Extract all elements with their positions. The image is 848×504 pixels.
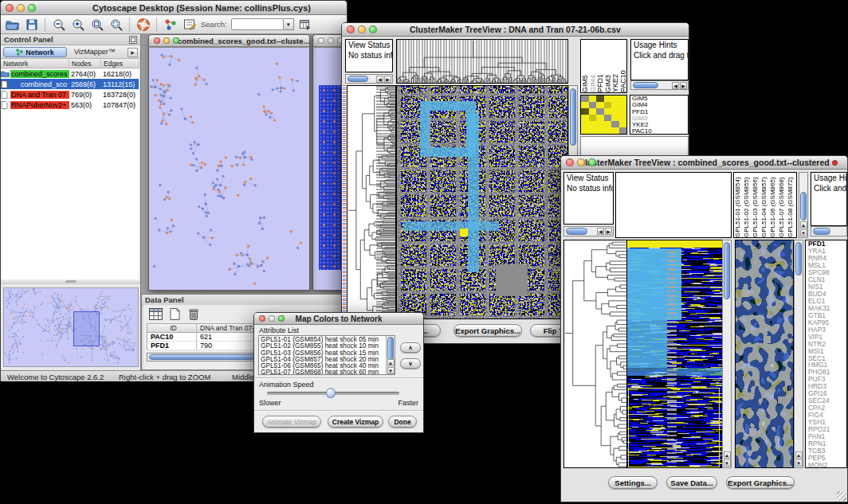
open-file-icon[interactable]	[5, 17, 20, 32]
float-panel-icon[interactable]	[129, 36, 137, 44]
scroll-down-arrow[interactable]: ▼	[795, 459, 803, 467]
scrollbar-thumb[interactable]	[566, 228, 587, 235]
scroll-left-arrow[interactable]: ◀	[597, 228, 604, 235]
row-dendrogram[interactable]	[563, 240, 628, 468]
tab-network[interactable]: Network	[3, 47, 67, 57]
zoom-out-icon[interactable]	[51, 17, 66, 32]
usage-hints-hscrollbar[interactable]	[811, 226, 847, 236]
scrollbar-thumb[interactable]	[724, 242, 730, 299]
zoom-button[interactable]	[588, 158, 596, 166]
zoom-button[interactable]	[28, 4, 36, 12]
scrollbar-thumb[interactable]	[570, 88, 576, 146]
attribute-item[interactable]: GPL51-07 (GSM868) heat shock 60 min	[259, 369, 395, 375]
save-icon[interactable]	[24, 17, 39, 32]
export-graphics-button[interactable]: Export Graphics...	[726, 476, 795, 489]
tab-vizmapper[interactable]: VizMapper™	[74, 48, 116, 56]
view-status-hscrollbar[interactable]: ◀ ▶	[563, 226, 614, 236]
gene-label[interactable]: MON2	[806, 462, 846, 468]
speed-slider-thumb[interactable]	[326, 388, 336, 398]
global-vscrollbar[interactable]: ▲ ▼	[722, 240, 732, 468]
network-row[interactable]: RNAPuberNov2+ 563(0) 107847(0)	[1, 100, 139, 110]
close-button[interactable]	[6, 4, 14, 12]
scroll-right-arrow[interactable]: ▶	[605, 228, 612, 235]
scrollbar-thumb[interactable]	[813, 228, 830, 235]
zoom-button[interactable]	[369, 25, 377, 33]
gene-label[interactable]: PAC10	[630, 128, 688, 135]
column-nodes[interactable]: Nodes	[69, 60, 101, 68]
minimize-button[interactable]	[358, 25, 366, 33]
overview-viewport-rect[interactable]	[73, 311, 100, 346]
scroll-up-arrow[interactable]: ▲	[387, 359, 395, 366]
scroll-left-arrow[interactable]: ◀	[376, 76, 383, 83]
main-heatmap[interactable]	[396, 85, 568, 319]
new-attribute-icon[interactable]	[167, 306, 183, 322]
settings-button[interactable]: Settings...	[608, 476, 658, 489]
column-edges[interactable]: Edges	[101, 60, 139, 68]
zoom-in-icon[interactable]	[70, 17, 85, 32]
minimize-button[interactable]	[328, 37, 334, 44]
usage-hints-hscrollbar[interactable]: ◀ ▶	[630, 80, 689, 90]
zoom-selected-icon[interactable]	[108, 17, 124, 32]
background-window-close-button[interactable]	[832, 160, 838, 166]
scroll-down-arrow[interactable]: ▼	[724, 459, 731, 467]
treeview2-titlebar[interactable]: ClusterMaker TreeView : combined_scores_…	[561, 156, 847, 170]
network-row[interactable]: DNA and Tran 07 769(0) 183728(0)	[1, 89, 139, 100]
done-button[interactable]: Done	[388, 416, 417, 428]
treeview1-titlebar[interactable]: ClusterMaker TreeView : DNA and Tran 07-…	[342, 23, 689, 37]
zoom-button[interactable]	[278, 315, 285, 322]
tab-overflow-arrow[interactable]: ▶	[128, 48, 138, 57]
close-button[interactable]	[154, 37, 160, 44]
zoom-heatmap[interactable]	[580, 95, 627, 135]
scrollbar-thumb[interactable]	[387, 337, 394, 361]
column-network[interactable]: Network	[1, 60, 69, 68]
network-overview[interactable]	[3, 287, 139, 367]
search-dropdown-arrow[interactable]: ▼	[284, 18, 294, 30]
zoom-button[interactable]	[173, 37, 179, 44]
minimize-button[interactable]	[163, 37, 170, 44]
scrollbar-thumb[interactable]	[347, 76, 368, 82]
id-column-header[interactable]: ID	[147, 324, 197, 332]
delete-attribute-icon[interactable]	[186, 306, 202, 322]
scrollbar-thumb[interactable]	[795, 242, 802, 275]
move-up-button[interactable]: ∧	[400, 342, 421, 353]
attribute-table-icon[interactable]	[147, 306, 163, 322]
minimize-button[interactable]	[269, 315, 275, 322]
scroll-down-arrow[interactable]: ▼	[800, 229, 807, 236]
scroll-left-arrow[interactable]: ◀	[672, 82, 679, 89]
search-input[interactable]	[231, 18, 284, 30]
attribute-list-vscrollbar[interactable]: ▲ ▼	[386, 336, 395, 374]
table-export-icon[interactable]	[298, 17, 313, 32]
scrollbar-thumb[interactable]	[800, 192, 807, 221]
dialog-titlebar[interactable]: Map Colors to Network	[254, 313, 423, 325]
animate-vizmap-button[interactable]: Animate Vizmap	[262, 416, 321, 428]
zoom-fit-icon[interactable]	[89, 17, 104, 32]
network1-canvas[interactable]	[150, 47, 308, 290]
scroll-up-arrow[interactable]: ▲	[724, 451, 731, 459]
minimize-button[interactable]	[577, 158, 585, 166]
scroll-right-arrow[interactable]: ▶	[384, 76, 391, 83]
panel-splitter[interactable]	[1, 279, 140, 284]
close-button[interactable]	[259, 315, 265, 322]
zoom-heatmap[interactable]	[735, 240, 794, 468]
vizmapper-nodes-icon[interactable]	[163, 17, 178, 32]
network1-titlebar[interactable]: combined_scores_good.txt--cluste...	[149, 35, 309, 47]
resize-grip[interactable]	[837, 491, 846, 501]
attribute-list[interactable]: GPL51-01 (GSM854) heat shock 05 minGPL51…	[258, 335, 395, 375]
minimize-button[interactable]	[17, 4, 25, 12]
view-status-hscrollbar[interactable]: ◀ ▶	[345, 74, 393, 84]
export-graphics-button[interactable]: Export Graphics...	[453, 324, 522, 337]
scrollbar-thumb[interactable]	[633, 82, 658, 88]
close-button[interactable]	[318, 37, 324, 44]
scroll-down-arrow[interactable]: ▼	[387, 367, 395, 374]
main-titlebar[interactable]: Cytoscape Desktop (Session Name: collins…	[1, 1, 347, 15]
close-button[interactable]	[566, 158, 574, 166]
scroll-up-arrow[interactable]: ▲	[795, 451, 803, 459]
move-down-button[interactable]: ∨	[400, 358, 421, 369]
save-data-button[interactable]: Save Data...	[666, 476, 717, 489]
create-vizmap-button[interactable]: Create Vizmap	[328, 416, 383, 428]
annotation-icon[interactable]	[182, 17, 197, 32]
labels-vscrollbar[interactable]: ▲ ▼	[799, 172, 808, 238]
global-heatmap[interactable]	[626, 240, 723, 468]
close-button[interactable]	[347, 25, 355, 33]
row-dendrogram[interactable]	[347, 85, 396, 319]
